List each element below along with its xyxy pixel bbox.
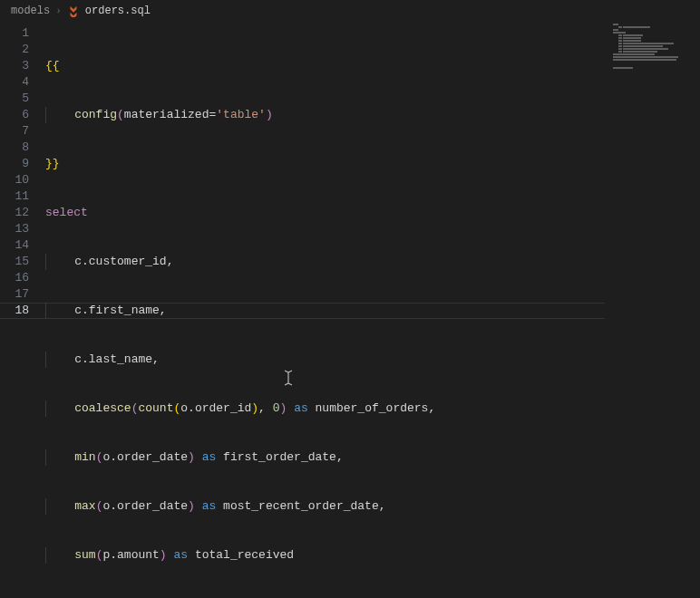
line-number: 14 bbox=[0, 237, 29, 254]
sql-file-icon bbox=[67, 5, 80, 17]
line-number: 8 bbox=[0, 140, 29, 156]
breadcrumb-folder[interactable]: models bbox=[11, 5, 50, 17]
line-number: 12 bbox=[0, 205, 29, 221]
chevron-right-icon: › bbox=[55, 5, 62, 16]
line-number: 7 bbox=[0, 123, 29, 140]
line-number: 6 bbox=[0, 107, 29, 123]
line-number: 15 bbox=[0, 254, 29, 270]
line-number: 2 bbox=[0, 42, 29, 58]
line-number: 5 bbox=[0, 91, 29, 107]
code-editor[interactable]: 1 2 3 4 5 6 7 8 9 10 11 12 13 14 15 16 1… bbox=[0, 22, 700, 598]
line-number: 18 bbox=[0, 303, 29, 319]
line-number-gutter: 1 2 3 4 5 6 7 8 9 10 11 12 13 14 15 16 1… bbox=[0, 22, 45, 598]
line-number: 11 bbox=[0, 188, 29, 205]
breadcrumb[interactable]: models › orders.sql bbox=[0, 0, 700, 22]
line-number: 3 bbox=[0, 58, 29, 74]
line-number: 10 bbox=[0, 172, 29, 188]
line-number: 9 bbox=[0, 156, 29, 172]
line-number: 4 bbox=[0, 74, 29, 91]
line-number: 16 bbox=[0, 270, 29, 286]
line-number: 13 bbox=[0, 221, 29, 237]
line-number: 17 bbox=[0, 286, 29, 303]
breadcrumb-file[interactable]: orders.sql bbox=[85, 5, 151, 17]
line-number: 1 bbox=[0, 25, 29, 42]
code-content[interactable]: {{ config(materialized='table') }} selec… bbox=[45, 22, 700, 598]
